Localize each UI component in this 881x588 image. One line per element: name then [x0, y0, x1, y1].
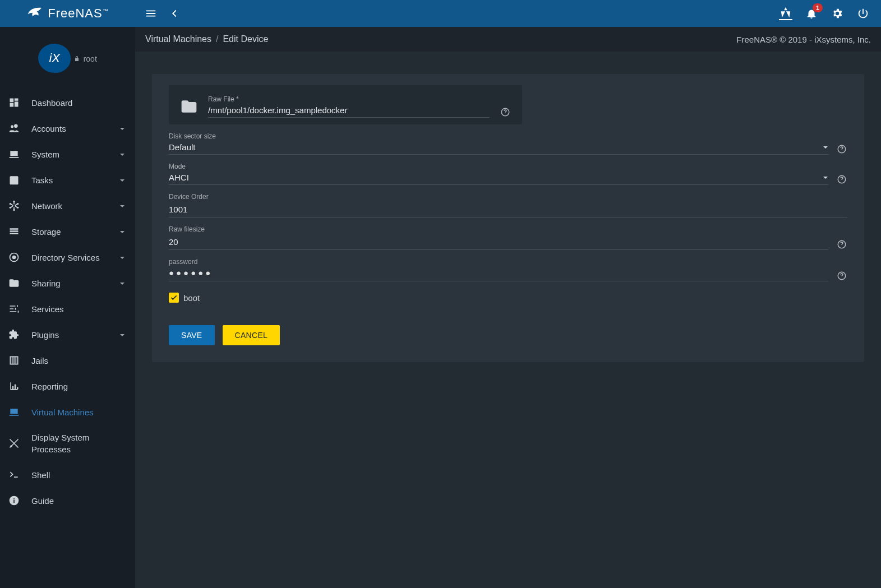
power-icon[interactable] [856, 7, 870, 20]
raw-file-label: Raw File * [208, 95, 490, 103]
chevron-down-icon [119, 150, 127, 159]
settings-icon[interactable] [831, 7, 844, 20]
sidebar-item-reporting[interactable]: Reporting [0, 373, 135, 399]
logo-area: FreeNAS™ [0, 5, 135, 22]
tune-icon [8, 303, 20, 315]
ix-logo: iX [38, 44, 71, 73]
sidebar-item-accounts[interactable]: Accounts [0, 115, 135, 141]
raw-filesize-input[interactable] [169, 235, 828, 250]
sidebar-item-plugins[interactable]: Plugins [0, 322, 135, 348]
chevron-down-icon [119, 253, 127, 262]
cancel-button[interactable]: CANCEL [223, 325, 280, 345]
svg-point-8 [10, 445, 12, 447]
svg-point-0 [13, 201, 15, 202]
sidebar-item-guide[interactable]: Guide [0, 488, 135, 513]
folder-icon[interactable] [180, 98, 198, 118]
svg-point-5 [17, 207, 19, 209]
disk-sector-label: Disk sector size [169, 132, 828, 140]
network-icon [8, 200, 20, 212]
process-icon [8, 437, 20, 450]
mode-label: Mode [169, 163, 828, 170]
boot-checkbox[interactable] [169, 293, 179, 303]
collapse-icon[interactable] [168, 7, 181, 20]
raw-filesize-label: Raw filesize [169, 225, 828, 233]
breadcrumb-page: Edit Device [223, 34, 268, 44]
chevron-down-icon [119, 227, 127, 237]
disk-sector-select[interactable]: Default [169, 142, 828, 155]
app-logo[interactable]: FreeNAS™ [26, 5, 108, 22]
sidebar-item-label: Virtual Machines [31, 408, 127, 417]
chevron-down-icon [119, 175, 127, 185]
target-icon [8, 251, 20, 263]
sidebar-item-label: Accounts [31, 124, 119, 133]
sidebar-item-label: Shell [31, 470, 127, 480]
topbar-toggles [135, 7, 181, 20]
sidebar-item-storage[interactable]: Storage [0, 219, 135, 244]
device-order-row: Device Order [169, 193, 847, 217]
sidebar-item-dashboard[interactable]: Dashboard [0, 90, 135, 115]
password-input[interactable]: ●●●●●● [169, 268, 828, 281]
raw-file-row: Raw File * /mnt/pool1/docker.img_sampled… [169, 85, 522, 124]
sidebar-item-label: Directory Services [31, 253, 119, 262]
lock-icon [73, 55, 80, 62]
svg-point-3 [17, 203, 19, 205]
help-icon[interactable] [500, 107, 511, 118]
menu-toggle-icon[interactable] [144, 7, 158, 20]
sidebar-item-sharing[interactable]: Sharing [0, 270, 135, 296]
sidebar-item-label: Display System Processes [31, 432, 127, 455]
theme-icon[interactable] [779, 7, 792, 20]
sidebar-item-label: Dashboard [31, 98, 127, 108]
sidebar-item-services[interactable]: Services [0, 296, 135, 322]
sidebar-item-label: Reporting [31, 382, 127, 391]
terminal-icon [8, 469, 20, 481]
disk-sector-row: Disk sector size Default [169, 132, 847, 155]
help-icon[interactable] [836, 270, 847, 281]
sidebar-item-network[interactable]: Network [0, 193, 135, 219]
device-order-input[interactable] [169, 203, 847, 217]
people-icon [8, 122, 20, 135]
content: Raw File * /mnt/pool1/docker.img_sampled… [135, 52, 881, 385]
save-button[interactable]: SAVE [169, 325, 215, 345]
sidebar-item-label: Sharing [31, 279, 119, 288]
help-icon[interactable] [836, 174, 847, 185]
dashboard-icon [8, 96, 20, 109]
raw-file-input[interactable]: /mnt/pool1/docker.img_sampledocker [208, 105, 490, 118]
boot-label: boot [183, 293, 200, 303]
trademark: ™ [103, 8, 109, 14]
sidebar-item-label: Guide [31, 496, 127, 506]
folder-share-icon [8, 277, 20, 289]
sidebar-item-directory-services[interactable]: Directory Services [0, 244, 135, 270]
sidebar-item-label: Storage [31, 227, 119, 237]
mode-select[interactable]: AHCI [169, 173, 828, 185]
svg-point-1 [13, 209, 15, 211]
sidebar-item-jails[interactable]: Jails [0, 348, 135, 373]
sidebar-item-label: Jails [31, 356, 127, 365]
device-order-label: Device Order [169, 193, 847, 201]
sidebar-item-shell[interactable]: Shell [0, 462, 135, 488]
boot-checkbox-row: boot [169, 293, 847, 303]
sidebar-item-system[interactable]: System [0, 141, 135, 167]
notifications-icon[interactable]: 1 [805, 7, 818, 20]
chevron-down-icon [119, 124, 127, 133]
user-indicator: root [73, 54, 97, 63]
help-icon[interactable] [836, 239, 847, 250]
calendar-icon [8, 174, 20, 186]
breadcrumb-root[interactable]: Virtual Machines [145, 34, 211, 44]
sidebar-item-tasks[interactable]: Tasks [0, 167, 135, 193]
sidebar-item-virtual-machines[interactable]: Virtual Machines [0, 399, 135, 425]
nav: DashboardAccountsSystemTasksNetworkStora… [0, 90, 135, 513]
sidebar-item-display-system-processes[interactable]: Display System Processes [0, 425, 135, 462]
shark-icon [26, 5, 43, 22]
svg-point-4 [10, 207, 11, 209]
sidebar: iX root DashboardAccountsSystemTasksNetw… [0, 27, 135, 588]
jail-icon [8, 354, 20, 367]
help-icon[interactable] [836, 143, 847, 155]
sidebar-item-label: Services [31, 304, 127, 314]
chevron-down-icon [823, 173, 828, 182]
breadcrumb-bar: Virtual Machines / Edit Device FreeNAS® … [135, 27, 881, 52]
sidebar-item-label: Tasks [31, 175, 119, 185]
topbar-actions: 1 [779, 7, 875, 20]
chart-icon [8, 380, 20, 392]
copyright: FreeNAS® © 2019 - iXsystems, Inc. [736, 35, 871, 44]
sidebar-item-label: Plugins [31, 330, 119, 340]
